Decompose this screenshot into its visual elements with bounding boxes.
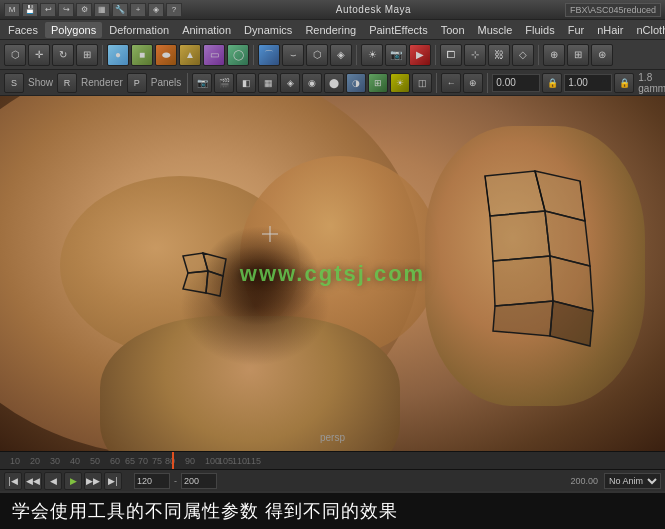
- next-key-btn[interactable]: ▶▶: [84, 472, 102, 490]
- sep5: [538, 45, 539, 65]
- plane-btn[interactable]: ▭: [203, 44, 225, 66]
- timeline-cursor: [172, 452, 174, 469]
- sep2: [253, 45, 254, 65]
- display2-btn[interactable]: ◈: [280, 73, 300, 93]
- sphere-btn[interactable]: ●: [107, 44, 129, 66]
- persp-label: persp: [320, 432, 345, 443]
- title-bar-text: Autodesk Maya: [182, 4, 565, 15]
- svg-marker-14: [493, 301, 553, 336]
- icon4[interactable]: +: [130, 3, 146, 17]
- playback-bar: |◀ ◀◀ ◀ ▶ ▶▶ ▶| - 200.00 No Anim: [0, 469, 665, 491]
- display3-btn[interactable]: ◉: [302, 73, 322, 93]
- subtitle-bar: 学会使用工具的不同属性参数 得到不同的效果: [0, 491, 665, 529]
- tick-75: 75: [152, 456, 162, 466]
- camera-btn[interactable]: 📷: [385, 44, 407, 66]
- icon5[interactable]: ◈: [148, 3, 164, 17]
- menu-muscle[interactable]: Muscle: [472, 22, 519, 38]
- show-label: Show: [26, 77, 55, 88]
- tick-40: 40: [70, 456, 80, 466]
- current-frame-input[interactable]: [134, 473, 170, 489]
- menu-fur[interactable]: Fur: [562, 22, 591, 38]
- cone-btn[interactable]: ▲: [179, 44, 201, 66]
- curve-btn[interactable]: ⌣: [282, 44, 304, 66]
- display4-btn[interactable]: ⬤: [324, 73, 344, 93]
- cam2-btn[interactable]: 🎬: [214, 73, 234, 93]
- menu-rendering[interactable]: Rendering: [299, 22, 362, 38]
- prev-frame-btn[interactable]: |◀: [4, 472, 22, 490]
- lock2-btn[interactable]: 🔒: [614, 73, 634, 93]
- tick-110: 110: [232, 456, 247, 466]
- cylinder-btn[interactable]: ⬬: [155, 44, 177, 66]
- anim-layer-dropdown[interactable]: No Anim: [604, 473, 661, 489]
- panels-btn[interactable]: P: [127, 73, 147, 93]
- lock1-btn[interactable]: 🔒: [542, 73, 562, 93]
- subdiv-btn[interactable]: ◈: [330, 44, 352, 66]
- menu-deformation[interactable]: Deformation: [103, 22, 175, 38]
- save-icon[interactable]: 💾: [22, 3, 38, 17]
- arrow-btn[interactable]: ←: [441, 73, 461, 93]
- menu-polygons[interactable]: Polygons: [45, 22, 102, 38]
- redo-icon[interactable]: ↪: [58, 3, 74, 17]
- wireframe-chest: [168, 251, 258, 311]
- value2-input[interactable]: [564, 74, 612, 92]
- menu-toon[interactable]: Toon: [435, 22, 471, 38]
- cube-btn[interactable]: ■: [131, 44, 153, 66]
- viewport[interactable]: www.cgtsj.com persp: [0, 96, 665, 451]
- icon3[interactable]: 🔧: [112, 3, 128, 17]
- deform-btn[interactable]: ⧠: [440, 44, 462, 66]
- toolbar1: ⬡ ✛ ↻ ⊞ ● ■ ⬬ ▲ ▭ ◯ ⌒ ⌣ ⬡ ◈ ☀ 📷 ▶ ⧠ ⊹ ⛓ …: [0, 40, 665, 70]
- prev-key-btn[interactable]: ◀◀: [24, 472, 42, 490]
- render-btn[interactable]: ▶: [409, 44, 431, 66]
- tick-10: 10: [10, 456, 20, 466]
- snap3-btn[interactable]: ⊕: [463, 73, 483, 93]
- light-btn[interactable]: ☀: [361, 44, 383, 66]
- polygon-btn[interactable]: ⬡: [306, 44, 328, 66]
- light-btn2[interactable]: ☀: [390, 73, 410, 93]
- menu-faces[interactable]: Faces: [2, 22, 44, 38]
- anim-btn[interactable]: ◇: [512, 44, 534, 66]
- svg-marker-6: [490, 211, 550, 261]
- next-frame-btn[interactable]: ▶|: [104, 472, 122, 490]
- snap2-btn[interactable]: ⊛: [591, 44, 613, 66]
- move-tool[interactable]: ✛: [28, 44, 50, 66]
- sep3: [356, 45, 357, 65]
- menu-nhair[interactable]: nHair: [591, 22, 629, 38]
- title-bar: M 💾 ↩ ↪ ⚙ ▦ 🔧 + ◈ ? Autodesk Maya FBX\AS…: [0, 0, 665, 20]
- value1-input[interactable]: [492, 74, 540, 92]
- cam1-btn[interactable]: 📷: [192, 73, 212, 93]
- tick-115: 115: [246, 456, 261, 466]
- icon6[interactable]: ?: [166, 3, 182, 17]
- sep-tb2-3: [487, 73, 488, 93]
- menu-dynamics[interactable]: Dynamics: [238, 22, 298, 38]
- menu-animation[interactable]: Animation: [176, 22, 237, 38]
- constraint-btn[interactable]: ⛓: [488, 44, 510, 66]
- tick-60: 60: [110, 456, 120, 466]
- view-btn[interactable]: ◧: [236, 73, 256, 93]
- grid-btn[interactable]: ⊞: [567, 44, 589, 66]
- end-frame-input[interactable]: [181, 473, 217, 489]
- play-back-btn[interactable]: ◀: [44, 472, 62, 490]
- show-btn[interactable]: S: [4, 73, 24, 93]
- rotate-tool[interactable]: ↻: [52, 44, 74, 66]
- tick-65: 65: [125, 456, 135, 466]
- shadow-btn[interactable]: ◫: [412, 73, 432, 93]
- sep-tb2-1: [187, 73, 188, 93]
- wire-btn[interactable]: ⊞: [368, 73, 388, 93]
- play-fwd-btn[interactable]: ▶: [64, 472, 82, 490]
- display1-btn[interactable]: ▦: [258, 73, 278, 93]
- scale-tool[interactable]: ⊞: [76, 44, 98, 66]
- nurbs-btn[interactable]: ⌒: [258, 44, 280, 66]
- snap-btn[interactable]: ⊕: [543, 44, 565, 66]
- icon1[interactable]: ⚙: [76, 3, 92, 17]
- menu-fluids[interactable]: Fluids: [519, 22, 560, 38]
- menu-painteffects[interactable]: PaintEffects: [363, 22, 434, 38]
- skin-btn[interactable]: ⊹: [464, 44, 486, 66]
- torus-btn[interactable]: ◯: [227, 44, 249, 66]
- icon2[interactable]: ▦: [94, 3, 110, 17]
- renderer-btn[interactable]: R: [57, 73, 77, 93]
- select-tool[interactable]: ⬡: [4, 44, 26, 66]
- shade-btn[interactable]: ◑: [346, 73, 366, 93]
- undo-icon[interactable]: ↩: [40, 3, 56, 17]
- menu-ncloth[interactable]: nCloth: [630, 22, 665, 38]
- sep-tb2-2: [436, 73, 437, 93]
